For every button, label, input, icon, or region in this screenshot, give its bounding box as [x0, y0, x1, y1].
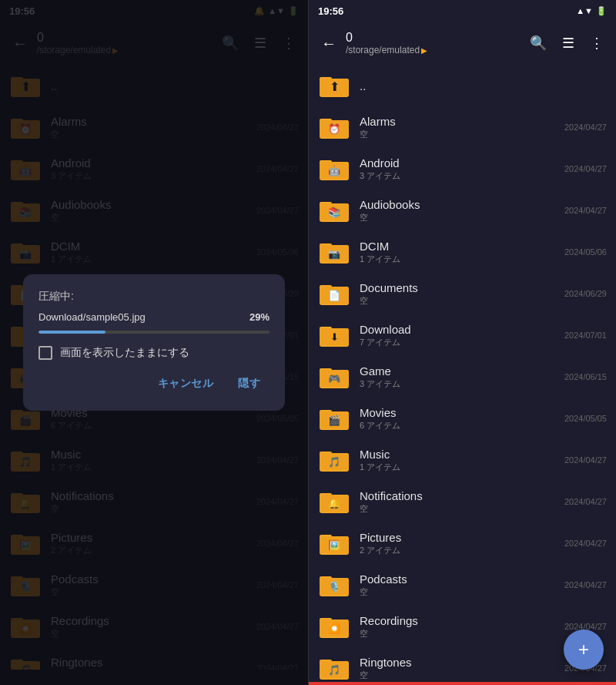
file-date: 2024/05/06 — [564, 247, 607, 257]
bottom-indicator-right — [309, 682, 616, 685]
list-item[interactable]: ⏰ Alarms 空 2024/04/27 — [309, 106, 616, 148]
file-meta: 空 — [360, 503, 558, 515]
svg-text:🎬: 🎬 — [328, 414, 341, 427]
dialog-filename: Download/sample05.jpg — [38, 311, 146, 323]
file-date: 2024/04/27 — [564, 580, 607, 589]
toolbar-actions-right: 🔍 ☰ ⋮ — [524, 29, 610, 58]
svg-text:⬆: ⬆ — [330, 80, 340, 93]
folder-icon: ⏰ — [318, 111, 350, 143]
file-meta: 1 アイテム — [360, 462, 558, 473]
parent-folder-icon: ⬆ — [318, 69, 350, 102]
keep-screen-checkbox[interactable] — [38, 346, 52, 360]
time-right: 19:56 — [318, 5, 343, 17]
svg-text:📷: 📷 — [328, 247, 341, 260]
file-date: 2024/04/27 — [564, 206, 607, 215]
search-button-right[interactable]: 🔍 — [524, 29, 553, 58]
file-info: Download 7 アイテム — [360, 323, 558, 348]
file-name: Pictures — [360, 531, 558, 544]
path-arrow-right: ▶ — [421, 46, 427, 55]
svg-text:⬇: ⬇ — [330, 331, 339, 343]
list-item[interactable]: 🎙️ Podcasts 空 2024/04/27 — [309, 564, 616, 606]
list-item[interactable]: 🖼️ Pictures 2 アイテム 2024/04/27 — [309, 522, 616, 564]
file-date: 2024/07/01 — [564, 331, 607, 340]
selected-count-right: 0 — [346, 31, 524, 45]
list-button-right[interactable]: ☰ — [556, 29, 581, 58]
list-item[interactable]: 🎮 Game 3 アイテム 2024/06/15 — [309, 356, 616, 398]
fab-right[interactable]: + — [564, 630, 604, 670]
folder-icon: ⬇ — [318, 319, 350, 351]
checkbox-label: 画面を表示したままにする — [60, 346, 189, 360]
svg-text:🖼️: 🖼️ — [328, 539, 341, 552]
svg-text:📄: 📄 — [328, 289, 341, 302]
file-info: Ringtones 空 — [360, 656, 558, 681]
title-section-right: 0 /storage/emulated ▶ — [346, 31, 524, 55]
file-date: 2024/04/27 — [564, 164, 607, 173]
file-name: .. — [360, 79, 607, 92]
file-name: Ringtones — [360, 656, 558, 669]
list-item[interactable]: 🎵 Music 1 アイテム 2024/04/27 — [309, 439, 616, 481]
folder-icon: 🔔 — [318, 485, 350, 518]
svg-text:📚: 📚 — [328, 206, 341, 219]
file-name: Alarms — [360, 115, 558, 128]
checkbox-row[interactable]: 画面を表示したままにする — [38, 346, 270, 360]
list-item[interactable]: ⬇ Download 7 アイテム 2024/07/01 — [309, 314, 616, 356]
file-date: 2024/06/15 — [564, 372, 607, 381]
svg-text:🎮: 🎮 — [328, 372, 341, 385]
back-button-right[interactable]: ← — [315, 29, 343, 59]
dialog-filename-row: Download/sample05.jpg 29% — [38, 311, 270, 323]
list-item[interactable]: 📚 Audiobooks 空 2024/04/27 — [309, 190, 616, 231]
file-date: 2024/04/27 — [564, 455, 607, 465]
right-panel: 19:56 ▲▼ 🔋 ← 0 /storage/emulated ▶ 🔍 ☰ ⋮ — [308, 0, 616, 685]
file-name: Android — [360, 156, 558, 170]
dialog-overlay: 圧縮中: Download/sample05.jpg 29% 画面を表示したまま… — [0, 0, 308, 685]
file-date: 2024/04/27 — [564, 539, 607, 548]
file-meta: 空 — [360, 295, 558, 307]
folder-icon: 📷 — [318, 236, 350, 268]
file-info: Android 3 アイテム — [360, 156, 558, 182]
status-icons-right: ▲▼ 🔋 — [576, 6, 607, 16]
folder-icon: 🖼️ — [318, 527, 350, 559]
file-name: Podcasts — [360, 573, 558, 586]
file-meta: 空 — [360, 212, 558, 223]
dialog-buttons: キャンセル 隠す — [38, 372, 270, 395]
svg-text:🤖: 🤖 — [328, 164, 341, 177]
file-info: Game 3 アイテム — [360, 364, 558, 390]
file-info: Documents 空 — [360, 281, 558, 307]
folder-icon: 📚 — [318, 194, 350, 227]
file-info: Audiobooks 空 — [360, 198, 558, 223]
file-meta: 1 アイテム — [360, 254, 558, 265]
svg-text:🎵: 🎵 — [328, 663, 341, 677]
list-item[interactable]: 🔔 Notifications 空 2024/04/27 — [309, 481, 616, 522]
progress-bar-bg — [38, 331, 270, 334]
file-meta: 2 アイテム — [360, 545, 558, 556]
file-meta: 空 — [360, 670, 558, 681]
file-date: 2024/05/05 — [564, 414, 607, 423]
list-item[interactable]: ⬆ .. — [309, 65, 616, 106]
svg-text:🎙️: 🎙️ — [328, 580, 341, 593]
list-item[interactable]: 📷 DCIM 1 アイテム 2024/05/06 — [309, 231, 616, 273]
list-item[interactable]: 🤖 Android 3 アイテム 2024/04/27 — [309, 148, 616, 190]
file-info: Recordings 空 — [360, 614, 558, 640]
file-info: Movies 6 アイテム — [360, 406, 558, 431]
file-info: Alarms 空 — [360, 115, 558, 140]
file-name: Audiobooks — [360, 198, 558, 211]
cancel-button[interactable]: キャンセル — [149, 372, 223, 395]
file-info: Pictures 2 アイテム — [360, 531, 558, 556]
folder-icon: 🎙️ — [318, 569, 350, 601]
folder-icon: ⏺️ — [318, 610, 350, 643]
file-name: Documents — [360, 281, 558, 294]
signal-icon-right: ▲▼ — [576, 6, 593, 15]
folder-icon: 🎵 — [318, 444, 350, 476]
file-info: .. — [360, 79, 607, 92]
list-item[interactable]: 🎬 Movies 6 アイテム 2024/05/05 — [309, 398, 616, 439]
hide-button[interactable]: 隠す — [229, 372, 270, 395]
list-item[interactable]: 📄 Documents 空 2024/06/29 — [309, 273, 616, 314]
top-bar-right: ← 0 /storage/emulated ▶ 🔍 ☰ ⋮ — [309, 22, 616, 65]
file-meta: 6 アイテム — [360, 420, 558, 431]
file-name: Recordings — [360, 614, 558, 627]
file-list-right: ⬆ .. ⏰ Alarms 空 2024/04/27 🤖 — [309, 65, 616, 682]
left-panel: 19:56 🔔 ▲▼ 🔋 ← 0 /storage/emulated ▶ 🔍 ☰… — [0, 0, 308, 685]
file-name: DCIM — [360, 240, 558, 253]
more-button-right[interactable]: ⋮ — [584, 29, 610, 58]
folder-icon: 🎬 — [318, 402, 350, 435]
